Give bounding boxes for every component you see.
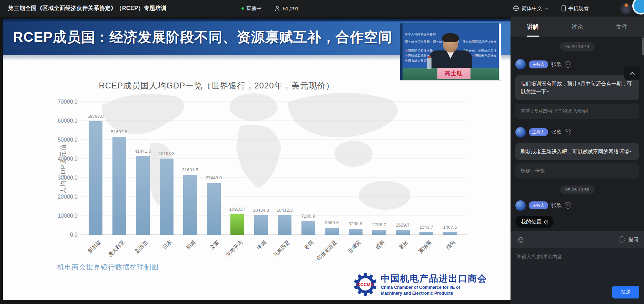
globe-icon	[513, 5, 519, 11]
live-label: 直播中	[246, 5, 262, 12]
y-axis-tick: 20000.0	[49, 194, 78, 200]
question-label: 提问	[628, 236, 638, 243]
bar-韩国	[183, 175, 197, 235]
bar-新加坡	[89, 121, 102, 235]
viewer-count: 51,291	[283, 6, 299, 11]
bar-泰国	[301, 221, 315, 235]
language-label: 简体中文	[522, 5, 542, 12]
water-bottle	[427, 57, 432, 69]
bar-新西兰	[136, 156, 150, 235]
gridline	[81, 102, 467, 102]
message-header: 主持人 张欣 •••	[515, 127, 639, 137]
cccme-logo: CCCME 中国机电产品进出口商会 China Chamber of Comme…	[354, 273, 487, 296]
bar-value-label: 10412.3	[269, 208, 300, 213]
presentation-stage: RCEP成员国：经济发展阶段不同、资源禀赋互补，合作空间 RCEP成员国人均GD…	[0, 17, 511, 304]
slide-banner-title: RCEP成员国：经济发展阶段不同、资源禀赋互补，合作空间	[13, 28, 392, 47]
viewers-icon	[275, 6, 280, 11]
message-header: 主持人 张欣 •••	[515, 200, 639, 211]
sidebar-tabbar: 讲解 讨论 文件	[511, 17, 644, 37]
bar-value-label: 59797.8	[80, 114, 111, 119]
logo-name-en-2: Machinery and Electronic Products	[381, 291, 487, 296]
my-position-button[interactable]: 我的位置	[515, 216, 554, 228]
y-axis-label: 人均GDP美元值	[59, 134, 67, 203]
chat-sidebar: 讲解 讨论 文件 05-26 13:44 主持人 张欣 ••• 咱们培训没有回放…	[511, 17, 644, 304]
timestamp-pill: 05-26 13:56	[560, 186, 595, 194]
floating-widget[interactable]	[632, 0, 644, 15]
presenter-figure	[429, 50, 472, 70]
y-axis-tick: 40000.0	[49, 156, 78, 162]
message-menu-icon[interactable]: •••	[565, 129, 571, 135]
bar-中国	[254, 215, 268, 235]
presenter-name-card: 高士旺	[437, 68, 470, 79]
sidebar-scrollbar[interactable]	[642, 37, 644, 55]
presenter-video-overlay[interactable]: 中华人民共和国商务部 商务部外贸发展局、商务部局、商务部国际贸易经济合作 中国国…	[400, 23, 501, 80]
bar-澳大利亚	[112, 137, 126, 235]
bar-value-label: 51692.8	[104, 129, 135, 134]
bar-越南	[372, 230, 386, 235]
host-name: 张欣	[551, 129, 562, 135]
send-button[interactable]: 发送	[612, 286, 639, 298]
y-axis-tick: 30000.0	[49, 175, 78, 181]
message-menu-icon[interactable]: •••	[565, 61, 571, 68]
top-bar: 第三期全国《区域全面经济伙伴关系协定》（RCEP）专题培训 直播中 51,291…	[0, 0, 644, 17]
bar-value-label: 1467.6	[435, 225, 466, 230]
host-badge: 主持人	[529, 128, 548, 136]
chat-toolbar: ☺ 提问	[511, 231, 644, 248]
bar-缅甸	[443, 232, 457, 235]
message-header: 主持人 张欣 •••	[515, 59, 639, 69]
presenter-head	[443, 35, 458, 53]
message-bubble: 咱们培训没有回放，预计6月中旬还会有一期，可以关注一下~	[515, 75, 639, 100]
emoji-icon[interactable]: ☺	[516, 235, 525, 244]
quoted-message: 杨柳：卡顿	[515, 163, 639, 179]
collapse-button[interactable]	[624, 66, 641, 80]
bar-菲律宾	[349, 229, 363, 235]
host-badge: 主持人	[529, 201, 548, 209]
live-training-app: 第三期全国《区域全面经济伙伴关系协定》（RCEP）专题培训 直播中 51,291…	[0, 0, 644, 304]
svg-text:CCCME: CCCME	[357, 282, 374, 287]
topbar-right: 简体中文 手机观看	[513, 0, 589, 17]
mobile-view-button[interactable]: 手机观看	[562, 5, 589, 12]
video-left-bar	[400, 23, 403, 80]
mobile-view-label: 手机观看	[568, 5, 589, 12]
tab-files[interactable]: 文件	[600, 17, 644, 37]
gridline	[81, 140, 467, 140]
chevron-down-icon	[545, 7, 548, 10]
phone-icon	[562, 5, 566, 11]
y-axis-tick: 50000.0	[49, 137, 78, 143]
y-axis-tick: 60000.0	[49, 118, 78, 124]
quoted-message: 芳芳：5月25号上午的课 没听到	[515, 104, 639, 119]
bar-印度尼西亚	[325, 228, 339, 235]
chat-input[interactable]	[511, 248, 644, 283]
video-right-bar	[499, 23, 501, 80]
bar-value-label: 7186.9	[293, 213, 324, 219]
bar-柬埔寨	[419, 232, 433, 235]
tab-explanation[interactable]: 讲解	[511, 17, 555, 37]
message-list: 05-26 13:44 主持人 张欣 ••• 咱们培训没有回放，预计6月中旬还会…	[511, 37, 644, 231]
bar-文莱	[207, 183, 221, 235]
gear-logo-icon: CCCME	[354, 273, 377, 296]
chat-input-area: 发送	[511, 248, 644, 304]
bar-value-label: 27443.0	[198, 175, 229, 180]
host-avatar[interactable]	[515, 200, 526, 211]
y-axis-tick: 70000.0	[49, 99, 78, 105]
host-avatar[interactable]	[515, 127, 526, 137]
bar-马来西亚	[278, 215, 291, 235]
timestamp-pill: 05-26 13:44	[560, 42, 595, 51]
bar-世界平均	[230, 214, 244, 235]
live-status: 直播中 51,291	[241, 0, 299, 17]
logo-name-cn: 中国机电产品进出口商会	[381, 273, 487, 285]
user-avatar[interactable]	[620, 2, 632, 15]
gdp-bar-chart: 人均GDP美元值 0.010000.020000.030000.040000.0…	[81, 102, 467, 235]
divider	[268, 5, 268, 11]
question-radio[interactable]	[619, 236, 625, 243]
question-toggle[interactable]: 提问	[619, 236, 638, 243]
message-menu-icon[interactable]: •••	[565, 202, 571, 209]
bar-日本	[160, 159, 174, 235]
tab-discussion[interactable]: 讨论	[555, 17, 600, 37]
host-name: 张欣	[551, 61, 562, 68]
my-position-label: 我的位置	[521, 219, 542, 225]
host-avatar[interactable]	[515, 59, 526, 69]
live-dot-icon	[241, 7, 244, 10]
language-selector[interactable]: 简体中文	[513, 5, 548, 12]
y-axis-tick: 0.0	[49, 232, 78, 238]
